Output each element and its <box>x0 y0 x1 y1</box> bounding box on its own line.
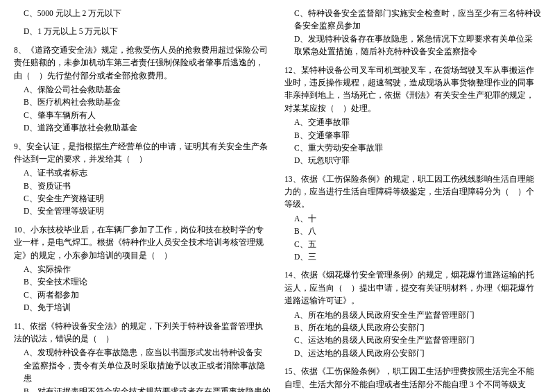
q14-opt-d: D、运达地的县级人民政府公安部门 <box>284 347 541 359</box>
q8-opt-d: D、道路交通事故社会救助基金 <box>14 121 271 134</box>
q10-opt-b: B、安全技术理论 <box>14 275 271 288</box>
q13-opt-d: D、三 <box>284 250 541 263</box>
option-d-1wan: D、1 万元以上 5 万元以下 <box>14 25 271 37</box>
question-13: 13、依据《工伤保险条例》的规定，职工因工伤残线影响生活自理能力的，应当进行生活… <box>284 173 541 264</box>
q9-opt-b: B、资质证书 <box>14 180 271 192</box>
content-columns: C、5000 元以上 2 万元以下 D、1 万元以上 5 万元以下 8、《道路交… <box>14 7 541 392</box>
q11-opt-b: B、对有证据表明不符合安全技术规范要求或者存在严重事故隐患的特种设备实施查封、扣… <box>14 385 271 392</box>
q14-opt-c: C、运达地的县级人民政府安全生产监督管理部门 <box>284 334 541 346</box>
q9-opt-a: A、证书或者标志 <box>14 167 271 179</box>
option-text: C、特种设备安全监督部门实施安全检查时，应当至少有三名特种设备安全监察员参加 <box>284 7 541 33</box>
q12-opt-a: A、交通事故罪 <box>284 116 541 128</box>
q10-opt-d: D、免于培训 <box>14 301 271 314</box>
q10-opt-c: C、两者都参加 <box>14 289 271 301</box>
question-14-text: 14、依据《烟花爆竹安全管理条例》的规定，烟花爆竹道路运输的托运人，应当向（ ）… <box>284 269 541 307</box>
question-12: 12、某特种设备公司叉车司机驾驶叉车，在货场驾驶叉车从事搬运作业时，违反操作规程… <box>284 64 541 167</box>
question-12-text: 12、某特种设备公司叉车司机驾驶叉车，在货场驾驶叉车从事搬运作业时，违反操作规程… <box>284 64 541 115</box>
q8-opt-b: B、医疗机构社会救助基金 <box>14 96 271 108</box>
option-text: D、发现特种设备存在事故隐患，紧急情况下立即要求有关单位采取紧急处置措施，随后补… <box>284 33 541 58</box>
question-9: 9、安全认证，是指根据生产经营单位的申请，证明其有关安全生产条件达到一定的要求，… <box>14 140 271 218</box>
question-8-text: 8、《道路交通安全法》规定，抢救受伤人员的抢救费用超过保险公司责任赔额的，未参加… <box>14 44 271 82</box>
question-13-text: 13、依据《工伤保险条例》的规定，职工因工伤残线影响生活自理能力的，应当进行生活… <box>284 173 541 211</box>
q13-opt-b: B、八 <box>284 225 541 237</box>
q8-opt-a: A、保险公司社会救助基金 <box>14 83 271 96</box>
q13-opt-c: C、五 <box>284 238 541 250</box>
question-8: 8、《道路交通安全法》规定，抢救受伤人员的抢救费用超过保险公司责任赔额的，未参加… <box>14 44 271 135</box>
q14-opt-b: B、所在地的县级人民政府公安部门 <box>284 321 541 334</box>
q11-opt-a: A、发现特种设备存在事故隐患，应当以书面形式发出特种设备安全监察指令，责令有关单… <box>14 346 271 384</box>
option-text: D、1 万元以上 5 万元以下 <box>14 25 271 37</box>
question-14: 14、依据《烟花爆竹安全管理条例》的规定，烟花爆竹道路运输的托运人，应当向（ ）… <box>284 269 541 359</box>
question-11-text: 11、依据《特种设备安全法》的规定，下列关于特种设备监督管理执法的说法，错误的是… <box>14 320 271 346</box>
q8-opt-c: C、肇事车辆所有人 <box>14 109 271 121</box>
q11-opt-c-cont: C、特种设备安全监督部门实施安全检查时，应当至少有三名特种设备安全监察员参加 D… <box>284 7 541 58</box>
question-15: 15、依据《工伤保险条例》，职工因工生活护理费按照生活完全不能自理、生活大部分不… <box>284 365 541 392</box>
question-10: 10、小东技校毕业后，在车辆厂参加了工作，岗位和技在校时学的专业一样，是电气焊工… <box>14 223 271 314</box>
question-15-text: 15、依据《工伤保险条例》，职工因工生活护理费按照生活完全不能自理、生活大部分不… <box>284 365 541 392</box>
left-column: C、5000 元以上 2 万元以下 D、1 万元以上 5 万元以下 8、《道路交… <box>14 7 271 392</box>
option-text: C、5000 元以上 2 万元以下 <box>14 7 271 19</box>
question-9-text: 9、安全认证，是指根据生产经营单位的申请，证明其有关安全生产条件达到一定的要求，… <box>14 140 271 166</box>
q12-opt-c: C、重大劳动安全事故罪 <box>284 142 541 154</box>
page-container: C、5000 元以上 2 万元以下 D、1 万元以上 5 万元以下 8、《道路交… <box>14 7 541 392</box>
q10-opt-a: A、实际操作 <box>14 263 271 275</box>
option-c-5000: C、5000 元以上 2 万元以下 <box>14 7 271 19</box>
q12-opt-b: B、交通肇事罪 <box>284 129 541 142</box>
q13-opt-a: A、十 <box>284 212 541 225</box>
q12-opt-d: D、玩忽职守罪 <box>284 154 541 167</box>
q9-opt-c: C、安全生产资格证明 <box>14 192 271 205</box>
q9-opt-d: D、安全管理等级证明 <box>14 205 271 217</box>
q14-opt-a: A、所在地的县级人民政府安全生产监督管理部门 <box>284 309 541 321</box>
right-column: C、特种设备安全监督部门实施安全检查时，应当至少有三名特种设备安全监察员参加 D… <box>284 7 541 392</box>
question-11: 11、依据《特种设备安全法》的规定，下列关于特种设备监督管理执法的说法，错误的是… <box>14 320 271 392</box>
question-10-text: 10、小东技校毕业后，在车辆厂参加了工作，岗位和技在校时学的专业一样，是电气焊工… <box>14 223 271 262</box>
